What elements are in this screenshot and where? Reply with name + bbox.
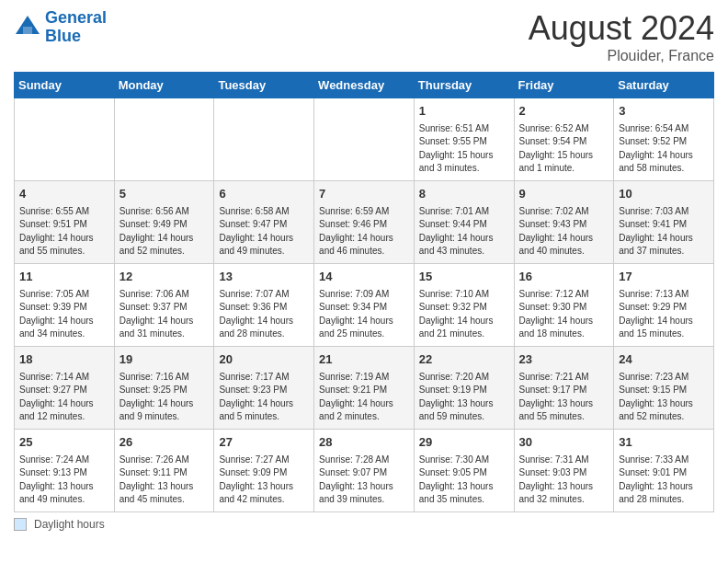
header-thursday: Thursday — [414, 73, 514, 98]
calendar-cell: 23Sunrise: 7:21 AM Sunset: 9:17 PM Dayli… — [514, 347, 614, 430]
day-info: Sunrise: 7:13 AM Sunset: 9:29 PM Dayligh… — [619, 288, 709, 341]
day-number: 30 — [519, 433, 609, 452]
day-info: Sunrise: 7:10 AM Sunset: 9:32 PM Dayligh… — [419, 288, 509, 341]
day-number: 3 — [619, 102, 709, 121]
calendar-cell: 30Sunrise: 7:31 AM Sunset: 9:03 PM Dayli… — [514, 430, 614, 512]
calendar-cell: 31Sunrise: 7:33 AM Sunset: 9:01 PM Dayli… — [614, 430, 714, 512]
calendar-cell — [214, 98, 314, 181]
day-number: 10 — [619, 185, 709, 203]
day-number: 26 — [119, 433, 210, 452]
day-info: Sunrise: 6:52 AM Sunset: 9:54 PM Dayligh… — [519, 122, 609, 176]
day-number: 18 — [19, 350, 109, 369]
day-info: Sunrise: 6:58 AM Sunset: 9:47 PM Dayligh… — [219, 205, 309, 259]
day-number: 2 — [519, 102, 609, 121]
calendar-cell — [114, 98, 214, 181]
logo-line2: Blue — [45, 27, 81, 45]
calendar-cell: 12Sunrise: 7:06 AM Sunset: 9:37 PM Dayli… — [114, 264, 214, 347]
day-number: 24 — [619, 350, 709, 369]
day-number: 5 — [119, 185, 210, 203]
day-info: Sunrise: 7:01 AM Sunset: 9:44 PM Dayligh… — [419, 205, 509, 259]
month-year: August 2024 — [529, 9, 714, 48]
day-info: Sunrise: 7:31 AM Sunset: 9:03 PM Dayligh… — [519, 454, 609, 507]
day-info: Sunrise: 7:03 AM Sunset: 9:41 PM Dayligh… — [619, 205, 709, 259]
svg-rect-1 — [23, 27, 32, 34]
header-sunday: Sunday — [15, 73, 115, 98]
day-info: Sunrise: 7:02 AM Sunset: 9:43 PM Dayligh… — [519, 205, 609, 259]
day-number: 7 — [319, 185, 409, 203]
day-info: Sunrise: 7:23 AM Sunset: 9:15 PM Dayligh… — [619, 371, 709, 424]
day-info: Sunrise: 7:21 AM Sunset: 9:17 PM Dayligh… — [519, 371, 609, 424]
day-info: Sunrise: 7:26 AM Sunset: 9:11 PM Dayligh… — [119, 454, 210, 507]
day-info: Sunrise: 7:05 AM Sunset: 9:39 PM Dayligh… — [19, 288, 109, 341]
day-info: Sunrise: 6:55 AM Sunset: 9:51 PM Dayligh… — [19, 205, 109, 259]
day-info: Sunrise: 7:14 AM Sunset: 9:27 PM Dayligh… — [19, 371, 109, 424]
calendar-cell: 11Sunrise: 7:05 AM Sunset: 9:39 PM Dayli… — [15, 264, 115, 347]
calendar-week-3: 11Sunrise: 7:05 AM Sunset: 9:39 PM Dayli… — [15, 264, 714, 347]
calendar-cell: 29Sunrise: 7:30 AM Sunset: 9:05 PM Dayli… — [414, 430, 514, 512]
day-number: 17 — [619, 268, 709, 286]
calendar-body: 1Sunrise: 6:51 AM Sunset: 9:55 PM Daylig… — [15, 98, 714, 512]
day-info: Sunrise: 7:24 AM Sunset: 9:13 PM Dayligh… — [19, 454, 109, 507]
title-block: August 2024 Plouider, France — [529, 9, 714, 64]
header-tuesday: Tuesday — [214, 73, 314, 98]
calendar-cell: 13Sunrise: 7:07 AM Sunset: 9:36 PM Dayli… — [214, 264, 314, 347]
day-number: 4 — [19, 185, 109, 203]
day-number: 11 — [19, 268, 109, 286]
legend-label: Daylight hours — [34, 518, 105, 531]
header-friday: Friday — [514, 73, 614, 98]
day-info: Sunrise: 7:07 AM Sunset: 9:36 PM Dayligh… — [219, 288, 309, 341]
day-info: Sunrise: 7:28 AM Sunset: 9:07 PM Dayligh… — [319, 454, 409, 507]
day-info: Sunrise: 6:59 AM Sunset: 9:46 PM Dayligh… — [319, 205, 409, 259]
calendar-cell: 4Sunrise: 6:55 AM Sunset: 9:51 PM Daylig… — [15, 181, 115, 264]
calendar-cell: 18Sunrise: 7:14 AM Sunset: 9:27 PM Dayli… — [15, 347, 115, 430]
calendar-cell: 14Sunrise: 7:09 AM Sunset: 9:34 PM Dayli… — [314, 264, 415, 347]
day-info: Sunrise: 7:17 AM Sunset: 9:23 PM Dayligh… — [219, 371, 309, 424]
calendar-cell: 19Sunrise: 7:16 AM Sunset: 9:25 PM Dayli… — [114, 347, 214, 430]
day-number: 25 — [19, 433, 109, 452]
legend: Daylight hours — [14, 518, 714, 531]
day-number: 13 — [219, 268, 309, 286]
logo-text: General Blue — [45, 9, 107, 46]
calendar-cell: 28Sunrise: 7:28 AM Sunset: 9:07 PM Dayli… — [314, 430, 415, 512]
day-number: 12 — [119, 268, 210, 286]
calendar-cell: 2Sunrise: 6:52 AM Sunset: 9:54 PM Daylig… — [514, 98, 614, 181]
logo-icon — [14, 14, 41, 41]
calendar-header: Sunday Monday Tuesday Wednesday Thursday… — [15, 73, 714, 98]
calendar-cell: 27Sunrise: 7:27 AM Sunset: 9:09 PM Dayli… — [214, 430, 314, 512]
calendar-cell: 8Sunrise: 7:01 AM Sunset: 9:44 PM Daylig… — [414, 181, 514, 264]
day-info: Sunrise: 7:20 AM Sunset: 9:19 PM Dayligh… — [419, 371, 509, 424]
day-number: 8 — [419, 185, 509, 203]
header-saturday: Saturday — [614, 73, 714, 98]
day-info: Sunrise: 7:12 AM Sunset: 9:30 PM Dayligh… — [519, 288, 609, 341]
day-number: 23 — [519, 350, 609, 369]
calendar-cell — [15, 98, 115, 181]
day-info: Sunrise: 7:27 AM Sunset: 9:09 PM Dayligh… — [219, 454, 309, 507]
logo-line1: General — [45, 8, 107, 27]
day-number: 14 — [319, 268, 409, 286]
calendar-cell: 26Sunrise: 7:26 AM Sunset: 9:11 PM Dayli… — [114, 430, 214, 512]
calendar-cell: 1Sunrise: 6:51 AM Sunset: 9:55 PM Daylig… — [414, 98, 514, 181]
calendar-cell: 10Sunrise: 7:03 AM Sunset: 9:41 PM Dayli… — [614, 181, 714, 264]
day-number: 19 — [119, 350, 210, 369]
header-row: Sunday Monday Tuesday Wednesday Thursday… — [15, 73, 714, 98]
day-number: 31 — [619, 433, 709, 452]
day-info: Sunrise: 7:33 AM Sunset: 9:01 PM Dayligh… — [619, 454, 709, 507]
calendar-week-4: 18Sunrise: 7:14 AM Sunset: 9:27 PM Dayli… — [15, 347, 714, 430]
day-number: 28 — [319, 433, 409, 452]
calendar-cell: 22Sunrise: 7:20 AM Sunset: 9:19 PM Dayli… — [414, 347, 514, 430]
page-header: General Blue August 2024 Plouider, Franc… — [14, 9, 714, 64]
day-info: Sunrise: 7:30 AM Sunset: 9:05 PM Dayligh… — [419, 454, 509, 507]
legend-box — [14, 518, 27, 531]
day-info: Sunrise: 6:54 AM Sunset: 9:52 PM Dayligh… — [619, 122, 709, 176]
day-number: 1 — [419, 102, 509, 121]
day-number: 16 — [519, 268, 609, 286]
calendar-cell: 24Sunrise: 7:23 AM Sunset: 9:15 PM Dayli… — [614, 347, 714, 430]
calendar-cell: 21Sunrise: 7:19 AM Sunset: 9:21 PM Dayli… — [314, 347, 415, 430]
calendar-cell: 6Sunrise: 6:58 AM Sunset: 9:47 PM Daylig… — [214, 181, 314, 264]
day-number: 9 — [519, 185, 609, 203]
calendar-cell: 5Sunrise: 6:56 AM Sunset: 9:49 PM Daylig… — [114, 181, 214, 264]
calendar-week-1: 1Sunrise: 6:51 AM Sunset: 9:55 PM Daylig… — [15, 98, 714, 181]
day-number: 15 — [419, 268, 509, 286]
calendar-cell: 15Sunrise: 7:10 AM Sunset: 9:32 PM Dayli… — [414, 264, 514, 347]
calendar-week-5: 25Sunrise: 7:24 AM Sunset: 9:13 PM Dayli… — [15, 430, 714, 512]
